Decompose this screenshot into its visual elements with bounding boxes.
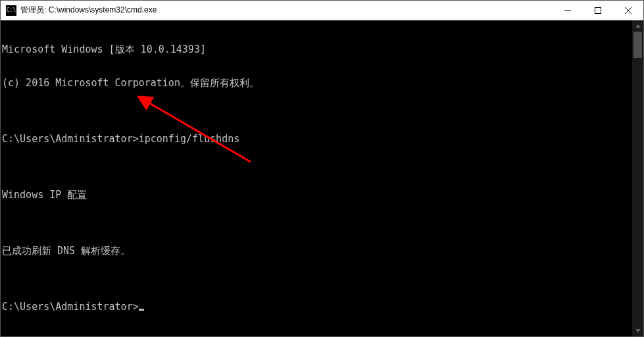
terminal-prompt-line: C:\Users\Administrator> — [2, 301, 631, 313]
minimize-icon — [564, 7, 571, 14]
chevron-up-icon — [635, 24, 641, 28]
svg-marker-5 — [635, 329, 641, 332]
minimize-button[interactable] — [553, 1, 583, 20]
scroll-down-button[interactable] — [632, 325, 643, 336]
chevron-down-icon — [635, 329, 641, 332]
cmd-window: C:\ 管理员: C:\windows\system32\cmd.exe Mic… — [0, 0, 644, 337]
terminal-line: C:\Users\Administrator>ipconfig/flushdns — [2, 134, 631, 145]
terminal-line: Windows IP 配置 — [2, 190, 631, 201]
scroll-track[interactable] — [632, 32, 643, 325]
terminal-prompt: C:\Users\Administrator> — [2, 301, 139, 313]
titlebar[interactable]: C:\ 管理员: C:\windows\system32\cmd.exe — [1, 1, 643, 20]
terminal-area: Microsoft Windows [版本 10.0.14393] (c) 20… — [1, 20, 643, 336]
terminal-line: (c) 2016 Microsoft Corporation。保留所有权利。 — [2, 78, 631, 89]
cursor-icon — [139, 309, 144, 311]
maximize-icon — [595, 7, 601, 14]
close-icon — [625, 7, 632, 14]
close-button[interactable] — [613, 1, 643, 20]
svg-rect-1 — [595, 7, 601, 13]
maximize-button[interactable] — [583, 1, 613, 20]
cmd-icon-label: C:\ — [7, 8, 16, 13]
terminal-line: Microsoft Windows [版本 10.0.14393] — [2, 44, 631, 55]
svg-marker-4 — [635, 24, 641, 28]
window-title: 管理员: C:\windows\system32\cmd.exe — [20, 5, 553, 16]
vertical-scrollbar[interactable] — [632, 20, 643, 336]
terminal-line: 已成功刷新 DNS 解析缓存。 — [2, 246, 631, 257]
window-controls — [553, 1, 643, 20]
cmd-icon: C:\ — [6, 5, 16, 16]
scroll-up-button[interactable] — [632, 20, 643, 32]
scroll-thumb[interactable] — [633, 32, 642, 58]
terminal-output[interactable]: Microsoft Windows [版本 10.0.14393] (c) 20… — [1, 20, 632, 336]
